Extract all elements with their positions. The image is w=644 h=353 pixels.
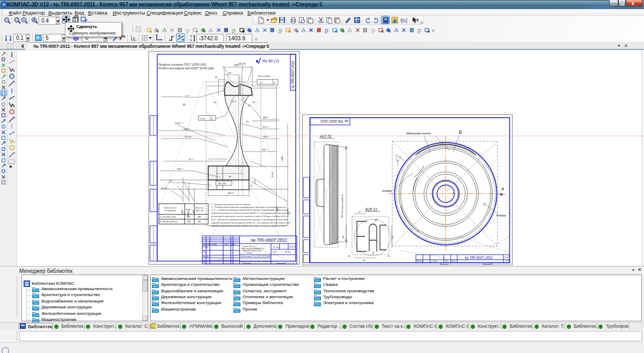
svg-text:Копировал: Копировал	[440, 263, 449, 265]
svg-text:⌀ 0.5: ⌀ 0.5	[200, 117, 206, 120]
svg-text:Профиль согласно ГОСТ 10791-20: Профиль согласно ГОСТ 10791-2011	[158, 63, 207, 66]
svg-text:⌀ 80: ⌀ 80	[254, 179, 256, 184]
svg-text:⌀980,₄₈: ⌀980,₄₈	[281, 154, 283, 161]
svg-text:14°: 14°	[342, 235, 345, 239]
svg-text:10°: 10°	[363, 260, 366, 262]
svg-text:Н.контр.: Н.контр.	[203, 256, 209, 258]
svg-text:Разраб.: Разраб.	[203, 246, 208, 248]
svg-text:R2 80: R2 80	[161, 187, 167, 190]
svg-text:Designation: Designation	[165, 209, 176, 212]
svg-text:2.2: 2.2	[387, 255, 390, 257]
svg-text:Маркировка колеса: Маркировка колеса	[406, 132, 431, 135]
svg-text:R40⁺²: R40⁺²	[184, 128, 189, 131]
svg-text:15⁻¹: 15⁻¹	[250, 185, 254, 187]
svg-text:20°: 20°	[347, 255, 351, 257]
svg-text:Копировал: Копировал	[243, 262, 251, 264]
svg-text:10⁻²: 10⁻²	[169, 179, 174, 182]
svg-text:№ TRI-0007-2011-01: № TRI-0007-2011-01	[159, 221, 177, 223]
svg-text:В: В	[211, 117, 213, 120]
svg-text:4. Д° – сопряжение торцовых: 4. Д° – сопряжение торцовых поверхностей…	[211, 219, 288, 221]
svg-text:скруглено радиусом 6 мм или ф: скруглено радиусом 6 мм или фаской 10×45…	[211, 222, 290, 224]
svg-text:Клейма: Клейма	[496, 214, 506, 217]
svg-text:3. Т° – сопряжение торцовых: 3. Т° – сопряжение торцовых поверхностей…	[211, 209, 288, 211]
svg-text:d, мм: d, мм	[186, 208, 191, 211]
svg-text:2: 2	[506, 260, 507, 262]
svg-text:Profile in accordance with GOS: Profile in accordance with GOST 10791-20…	[158, 67, 214, 70]
svg-text:⌀290⁺: ⌀290⁺	[181, 208, 184, 215]
svg-text:2. **Размеры обеспечиваются и: 2. **Размеры обеспечиваются инструментом…	[211, 206, 286, 208]
svg-text:5⁻¹: 5⁻¹	[243, 98, 246, 100]
svg-text:Пров.: Пров.	[203, 251, 207, 253]
svg-text:4: 4	[133, 36, 135, 41]
svg-text:11⁺: 11⁺	[358, 211, 362, 213]
svg-text:№ TRI-0007-2011: № TRI-0007-2011	[251, 237, 287, 243]
svg-text:R52⁻²: R52⁻²	[177, 168, 183, 170]
svg-text:Б(5:1): Б(5:1)	[365, 207, 377, 212]
svg-text:K: K	[3, 2, 6, 7]
svg-text:Клейма: Клейма	[382, 189, 392, 192]
svg-text:?: ?	[416, 18, 419, 23]
svg-text:82⁺²: 82⁺²	[189, 158, 194, 161]
svg-text:№ TRI-0007-2011: № TRI-0007-2011	[465, 256, 493, 260]
svg-text:175: 175	[187, 216, 191, 218]
svg-text:√Rz 320: √Rz 320	[218, 182, 226, 185]
svg-text:Изм Лист: Изм Лист	[416, 260, 423, 262]
svg-text:190: 190	[187, 221, 191, 223]
svg-text:Rz 80 (√): Rz 80 (√)	[262, 59, 279, 63]
svg-text:1. *Размеры для справок / Si: 1. *Размеры для справок / Size for refer…	[211, 204, 251, 206]
svg-text:№ TRI-0007-2011: № TRI-0007-2011	[160, 216, 176, 218]
svg-text:95⁺: 95⁺	[229, 175, 232, 178]
svg-text:√Rz 80: √Rz 80	[238, 62, 246, 65]
svg-text:0.5: 0.5	[260, 81, 263, 84]
svg-text:10⁺¹·⁵: 10⁺¹·⁵	[252, 102, 258, 104]
svg-text:70⁻²: 70⁻²	[185, 95, 190, 97]
svg-text:В: В	[274, 81, 275, 84]
svg-text:hub with the generatrixes mu: hub with the generatrixes must be rounde…	[211, 225, 287, 227]
svg-text:26: 26	[215, 76, 217, 79]
svg-text:R40⁻²: R40⁻²	[263, 116, 269, 119]
svg-text:10⁻²: 10⁻²	[214, 102, 218, 104]
svg-text:Y: Y	[190, 34, 193, 38]
svg-text:the hub with the generatrixe: the hub with the generatrixes must be ro…	[211, 215, 290, 218]
svg-text:Подп.: Подп.	[445, 260, 449, 262]
svg-text:А: А	[501, 186, 504, 191]
svg-text:Б: Б	[459, 129, 462, 135]
svg-text:№ докум.: № докум.	[211, 243, 217, 246]
svg-text:№ докум.: № докум.	[431, 260, 437, 262]
svg-text:Сталь марка 2 Т по ГОСТ 1079: Сталь марка 2 Т по ГОСТ 10791-2011	[240, 255, 271, 257]
svg-text:Дата: Дата	[231, 243, 235, 246]
svg-text:19°°: 19°°	[246, 121, 250, 123]
svg-text:Подп.: Подп.	[224, 243, 228, 246]
svg-text:R70⁻²: R70⁻²	[263, 126, 269, 128]
svg-text:Формат А1: Формат А1	[276, 262, 286, 264]
svg-text:Лист: Лист	[504, 256, 509, 258]
svg-text:R52⁻²: R52⁻²	[262, 148, 268, 151]
svg-text:190⁺²: 190⁺²	[228, 192, 233, 194]
svg-text:Код клейма: Код клейма	[258, 75, 271, 77]
svg-text:388: 388	[197, 216, 201, 218]
svg-text:392: 392	[197, 221, 201, 223]
svg-text:957/По кругу катания: 957/По кругу катания	[341, 194, 343, 218]
svg-text:№ TRI-0007-2011: № TRI-0007-2011	[291, 61, 295, 89]
svg-text:2х, млн: 2х, млн	[273, 246, 280, 248]
svg-text:1:2.5: 1:2.5	[289, 245, 296, 248]
svg-text:Δ: Δ	[248, 104, 250, 107]
svg-text:x: x	[190, 38, 192, 41]
svg-text:Δ₁: Δ₁	[182, 103, 186, 106]
svg-text:Mass kg: Mass kg	[196, 210, 203, 212]
svg-text:Лист: Лист	[272, 251, 277, 253]
svg-text:treated: treated	[247, 252, 252, 254]
svg-text:Листов: Листов	[284, 251, 290, 253]
svg-text:12°±1: 12°±1	[231, 100, 236, 103]
svg-text:Rz 80: Rz 80	[271, 171, 274, 177]
svg-text:65⁺: 65⁺	[229, 71, 233, 74]
svg-text:Формат А1: Формат А1	[483, 263, 493, 265]
svg-text:2: 2	[294, 251, 295, 253]
svg-text:№ TRI-0007-2011: № TRI-0007-2011	[320, 119, 348, 123]
svg-text:Утв.: Утв.	[203, 261, 207, 263]
svg-text:10°: 10°	[392, 235, 394, 239]
svg-text:скруглено радиусом до 10 мм и: скруглено радиусом до 10 мм или фаской 1…	[211, 212, 291, 214]
svg-text:R100⁻⁰·⁴: R100⁻⁰·⁴	[175, 122, 184, 125]
svg-text:10: 10	[376, 219, 378, 221]
svg-text:Масса кг: Масса кг	[195, 207, 203, 209]
